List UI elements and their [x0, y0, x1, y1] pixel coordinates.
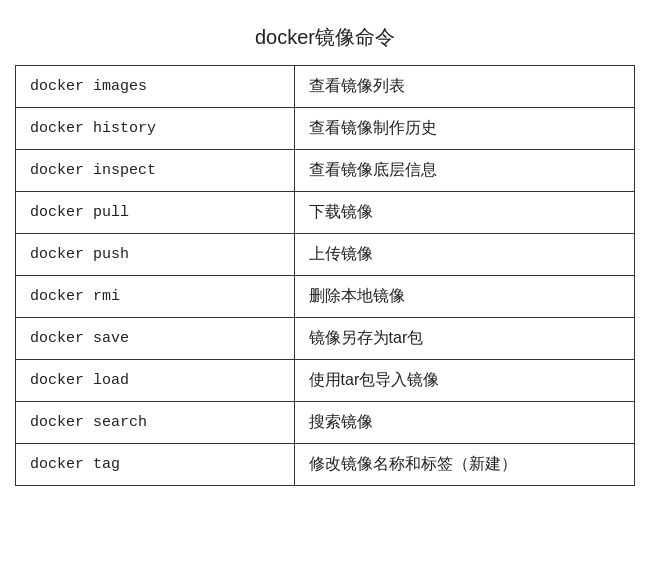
table-row: docker images查看镜像列表 [16, 66, 635, 108]
table-row: docker search搜索镜像 [16, 402, 635, 444]
main-container: docker镜像命令 docker images查看镜像列表docker his… [15, 20, 635, 486]
command-cell: docker rmi [16, 276, 295, 318]
commands-table: docker images查看镜像列表docker history查看镜像制作历… [15, 65, 635, 486]
command-cell: docker pull [16, 192, 295, 234]
table-row: docker history查看镜像制作历史 [16, 108, 635, 150]
description-cell: 查看镜像列表 [294, 66, 634, 108]
description-cell: 下载镜像 [294, 192, 634, 234]
table-row: docker rmi删除本地镜像 [16, 276, 635, 318]
description-cell: 查看镜像制作历史 [294, 108, 634, 150]
description-cell: 查看镜像底层信息 [294, 150, 634, 192]
command-cell: docker inspect [16, 150, 295, 192]
description-cell: 修改镜像名称和标签（新建） [294, 444, 634, 486]
table-row: docker load使用tar包导入镜像 [16, 360, 635, 402]
command-cell: docker load [16, 360, 295, 402]
table-row: docker save镜像另存为tar包 [16, 318, 635, 360]
description-cell: 上传镜像 [294, 234, 634, 276]
description-cell: 镜像另存为tar包 [294, 318, 634, 360]
command-cell: docker push [16, 234, 295, 276]
table-row: docker tag修改镜像名称和标签（新建） [16, 444, 635, 486]
table-row: docker pull下载镜像 [16, 192, 635, 234]
command-cell: docker search [16, 402, 295, 444]
command-cell: docker tag [16, 444, 295, 486]
description-cell: 使用tar包导入镜像 [294, 360, 634, 402]
command-cell: docker history [16, 108, 295, 150]
page-title: docker镜像命令 [15, 20, 635, 55]
description-cell: 删除本地镜像 [294, 276, 634, 318]
command-cell: docker images [16, 66, 295, 108]
command-cell: docker save [16, 318, 295, 360]
table-row: docker inspect查看镜像底层信息 [16, 150, 635, 192]
description-cell: 搜索镜像 [294, 402, 634, 444]
table-row: docker push上传镜像 [16, 234, 635, 276]
